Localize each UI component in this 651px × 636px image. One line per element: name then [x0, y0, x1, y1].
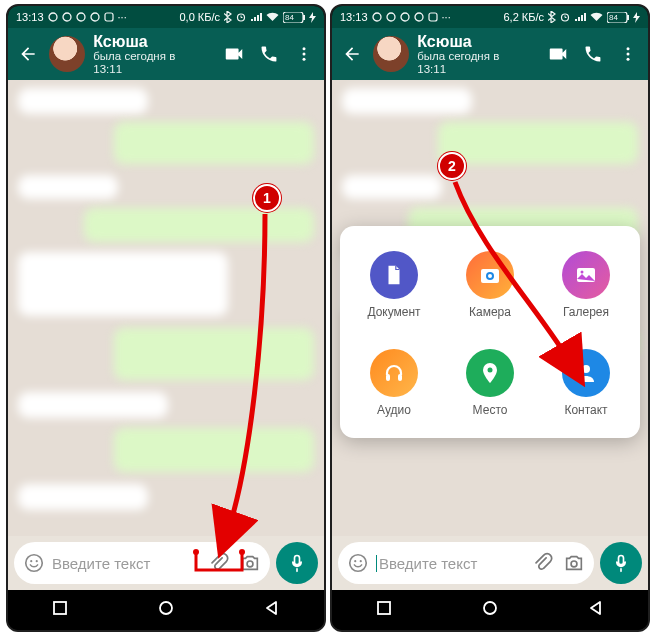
attach-label: Аудио [377, 403, 411, 417]
voice-call-icon[interactable] [579, 44, 606, 64]
svg-point-0 [49, 13, 57, 21]
svg-point-30 [488, 274, 492, 278]
svg-point-40 [571, 561, 577, 567]
status-time: 13:13 [16, 11, 44, 23]
svg-point-26 [627, 53, 630, 56]
status-time: 13:13 [340, 11, 368, 23]
attach-icon[interactable] [528, 552, 556, 574]
voice-call-icon[interactable] [255, 44, 282, 64]
message-in[interactable] [18, 484, 148, 510]
attach-label: Камера [469, 305, 511, 319]
more-vert-icon[interactable] [291, 45, 318, 63]
message-in[interactable] [18, 88, 148, 114]
svg-rect-7 [303, 15, 305, 20]
document-icon [370, 251, 418, 299]
svg-point-8 [303, 47, 306, 50]
nav-recent-icon[interactable] [376, 600, 392, 620]
signal-icon [250, 12, 262, 22]
emoji-icon[interactable] [20, 552, 48, 574]
location-icon [466, 349, 514, 397]
attachment-panel: Документ Камера Галерея Аудио Место [340, 226, 640, 438]
chat-header[interactable]: Ксюша была сегодня в 13:11 [332, 28, 648, 80]
header-text[interactable]: Ксюша была сегодня в 13:11 [417, 33, 528, 76]
status-data-rate: 6,2 КБ/с [503, 11, 544, 23]
svg-point-37 [350, 555, 367, 572]
video-call-icon[interactable] [220, 43, 247, 65]
avatar[interactable] [49, 36, 85, 72]
message-input[interactable]: Введите текст [376, 555, 524, 572]
nav-recent-icon[interactable] [52, 600, 68, 620]
notif-icon [48, 12, 58, 22]
svg-point-19 [401, 13, 409, 21]
message-out[interactable] [114, 122, 314, 164]
contact-presence: была сегодня в 13:11 [417, 50, 528, 76]
camera-icon[interactable] [236, 552, 264, 574]
attach-label: Документ [367, 305, 420, 319]
chat-header[interactable]: Ксюша была сегодня в 13:11 [8, 28, 324, 80]
attach-option-location[interactable]: Место [442, 334, 538, 432]
attach-option-gallery[interactable]: Галерея [538, 236, 634, 334]
svg-point-11 [26, 555, 43, 572]
emoji-icon[interactable] [344, 552, 372, 574]
contact-name: Ксюша [417, 33, 528, 50]
attach-icon[interactable] [204, 552, 232, 574]
message-in[interactable] [18, 175, 118, 199]
message-input-pill[interactable]: Введите текст [14, 542, 270, 584]
notif-icon [90, 12, 100, 22]
phone-screenshot-left: 13:13 ··· 0,0 КБ/с 84 [6, 4, 326, 632]
message-out[interactable] [84, 208, 314, 242]
message-in[interactable] [342, 175, 442, 199]
chat-area[interactable] [8, 80, 324, 536]
battery-icon: 84 [283, 12, 305, 23]
mic-button[interactable] [600, 542, 642, 584]
composer: Введите текст [8, 536, 324, 590]
svg-rect-34 [398, 374, 402, 381]
message-out[interactable] [114, 328, 314, 380]
more-vert-icon[interactable] [615, 45, 642, 63]
chat-area[interactable]: Документ Камера Галерея Аудио Место [332, 80, 648, 536]
nav-back-icon[interactable] [264, 600, 280, 620]
contact-name: Ксюша [93, 33, 204, 50]
attach-option-contact[interactable]: Контакт [538, 334, 634, 432]
message-in[interactable] [18, 252, 228, 316]
alarm-icon [560, 12, 570, 22]
svg-point-42 [484, 602, 496, 614]
svg-rect-15 [54, 602, 66, 614]
header-text[interactable]: Ксюша была сегодня в 13:11 [93, 33, 204, 76]
contact-presence: была сегодня в 13:11 [93, 50, 204, 76]
message-in[interactable] [342, 88, 472, 114]
wifi-icon [266, 12, 279, 22]
svg-point-12 [30, 560, 32, 562]
attach-option-audio[interactable]: Аудио [346, 334, 442, 432]
attach-label: Контакт [564, 403, 607, 417]
message-out[interactable] [438, 122, 638, 164]
svg-point-13 [36, 560, 38, 562]
phone-screenshot-right: 13:13 ··· 6,2 КБ/с 84 [330, 4, 650, 632]
svg-rect-24 [627, 15, 629, 20]
nav-back-icon[interactable] [588, 600, 604, 620]
signal-icon [574, 12, 586, 22]
svg-rect-21 [429, 13, 437, 21]
svg-point-17 [373, 13, 381, 21]
notif-icon [428, 12, 438, 22]
message-out[interactable] [114, 428, 314, 472]
attach-option-document[interactable]: Документ [346, 236, 442, 334]
message-input[interactable]: Введите текст [52, 555, 200, 572]
nav-home-icon[interactable] [481, 599, 499, 621]
notif-icon [414, 12, 424, 22]
avatar[interactable] [373, 36, 409, 72]
camera-icon[interactable] [560, 552, 588, 574]
wifi-icon [590, 12, 603, 22]
message-in[interactable] [18, 392, 168, 418]
message-input-pill[interactable]: Введите текст [338, 542, 594, 584]
attach-label: Место [473, 403, 508, 417]
back-icon[interactable] [338, 44, 365, 64]
notif-icon [372, 12, 382, 22]
alarm-icon [236, 12, 246, 22]
back-icon[interactable] [14, 44, 41, 64]
mic-button[interactable] [276, 542, 318, 584]
attach-option-camera[interactable]: Камера [442, 236, 538, 334]
video-call-icon[interactable] [544, 43, 571, 65]
notif-icon [386, 12, 396, 22]
nav-home-icon[interactable] [157, 599, 175, 621]
